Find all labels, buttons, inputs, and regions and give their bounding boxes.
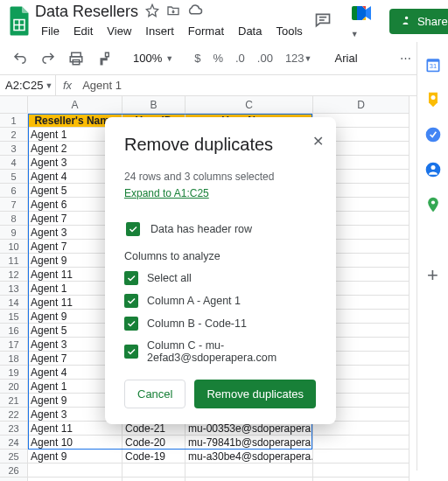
print-icon[interactable] [63,45,89,72]
menu-format[interactable]: Format [182,23,230,39]
cell-b26[interactable] [122,464,186,478]
cell-d27[interactable] [313,478,410,481]
close-icon[interactable]: ✕ [312,133,324,150]
row-header-12[interactable]: 12 [0,268,28,282]
remove-duplicates-button[interactable]: Remove duplicates [194,380,316,408]
row-header-20[interactable]: 20 [0,380,28,394]
cell-c26[interactable] [186,464,313,478]
corner[interactable] [0,96,28,114]
font-select[interactable]: Arial [328,48,381,68]
row-header-13[interactable]: 13 [0,282,28,296]
toolbar: 100%▼ $ % .0 .00 123▼ Arial ⋯ [0,42,448,75]
increase-decimal-icon[interactable]: .00 [252,46,278,70]
cell-c25[interactable]: mu-a30be4@sdoperapera.com [186,450,313,464]
svg-text:31: 31 [429,62,436,70]
sheets-logo[interactable] [7,5,32,37]
cell-a24[interactable]: Agent 10 [28,436,122,450]
row-header-8[interactable]: 8 [0,212,28,226]
cell-b25[interactable]: Code-19 [122,450,186,464]
col-header-B[interactable]: B [122,96,186,114]
cell-b24[interactable]: Code-20 [122,436,186,450]
menu-insert[interactable]: Insert [139,23,180,39]
row-header-9[interactable]: 9 [0,226,28,240]
row-header-26[interactable]: 26 [0,464,28,478]
col-header-C[interactable]: C [186,96,313,114]
row-header-24[interactable]: 24 [0,436,28,450]
cell-a25[interactable]: Agent 9 [28,450,122,464]
row-header-22[interactable]: 22 [0,408,28,422]
row-header-11[interactable]: 11 [0,254,28,268]
cell-c24[interactable]: mu-79841b@sdoperapera.com [186,436,313,450]
row-header-27[interactable]: 27 [0,478,28,481]
addons-plus-icon[interactable]: + [427,264,438,287]
column-c-checkbox[interactable] [124,345,138,359]
row-header-7[interactable]: 7 [0,198,28,212]
cancel-button[interactable]: Cancel [124,380,186,408]
format-123[interactable]: 123▼ [280,46,318,70]
share-label: Share [417,15,448,28]
row-header-6[interactable]: 6 [0,184,28,198]
row-header-17[interactable]: 17 [0,338,28,352]
cell-c27[interactable] [186,478,313,481]
maps-icon[interactable] [424,196,442,213]
star-icon[interactable] [145,3,159,20]
row-header-16[interactable]: 16 [0,324,28,338]
col-header-A[interactable]: A [28,96,122,114]
comments-icon[interactable] [309,6,337,37]
paint-format-icon[interactable] [91,45,117,72]
row-header-15[interactable]: 15 [0,310,28,324]
menu-file[interactable]: File [35,23,66,39]
move-icon[interactable] [166,3,180,20]
row-header-2[interactable]: 2 [0,128,28,142]
meet-icon[interactable]: ▼ [346,0,381,45]
row-header-18[interactable]: 18 [0,352,28,366]
share-button[interactable]: Share [389,9,448,34]
row-header-19[interactable]: 19 [0,366,28,380]
cell-a27[interactable] [28,478,122,481]
contacts-icon[interactable] [424,161,442,178]
more-tools-icon[interactable]: ⋯ [395,46,416,70]
decrease-decimal-icon[interactable]: .0 [230,46,250,70]
formula-bar[interactable]: Agent 1 [79,79,122,92]
row-header-5[interactable]: 5 [0,170,28,184]
redo-icon[interactable] [35,45,61,72]
zoom-select[interactable]: 100%▼ [128,48,178,68]
cell-a23[interactable]: Agent 11 [28,422,122,436]
percent-icon[interactable]: % [207,46,228,70]
row-header-14[interactable]: 14 [0,296,28,310]
cell-d25[interactable] [313,450,410,464]
row-header-25[interactable]: 25 [0,450,28,464]
menu-edit[interactable]: Edit [67,23,99,39]
menu-data[interactable]: Data [232,23,268,39]
row-header-4[interactable]: 4 [0,156,28,170]
col-header-D[interactable]: D [313,96,410,114]
keep-icon[interactable] [424,91,442,108]
tasks-icon[interactable] [424,126,442,143]
menubar: File Edit View Insert Format Data Tools [35,23,309,39]
side-panel: 31 + [416,42,448,471]
svg-point-14 [430,165,435,170]
expand-link[interactable]: Expand to A1:C25 [124,187,209,199]
cell-a26[interactable] [28,464,122,478]
name-box[interactable]: A2:C25▼ [0,75,56,95]
cell-b27[interactable] [122,478,186,481]
row-header-21[interactable]: 21 [0,394,28,408]
remove-duplicates-dialog: Remove duplicates ✕ 24 rows and 3 column… [105,117,336,424]
currency-icon[interactable]: $ [189,46,206,70]
calendar-icon[interactable]: 31 [424,56,442,73]
row-header-10[interactable]: 10 [0,240,28,254]
header-row-checkbox[interactable] [126,222,140,236]
cell-d24[interactable] [313,436,410,450]
column-a-checkbox[interactable] [124,294,138,308]
cloud-status-icon[interactable] [187,4,203,19]
menu-tools[interactable]: Tools [270,23,308,39]
row-header-23[interactable]: 23 [0,422,28,436]
select-all-checkbox[interactable] [124,271,138,285]
row-header-1[interactable]: 1 [0,114,28,128]
column-b-checkbox[interactable] [124,317,138,331]
menu-view[interactable]: View [101,23,137,39]
cell-d26[interactable] [313,464,410,478]
undo-icon[interactable] [7,45,33,72]
doc-title[interactable]: Data Resellers [35,3,138,21]
row-header-3[interactable]: 3 [0,142,28,156]
